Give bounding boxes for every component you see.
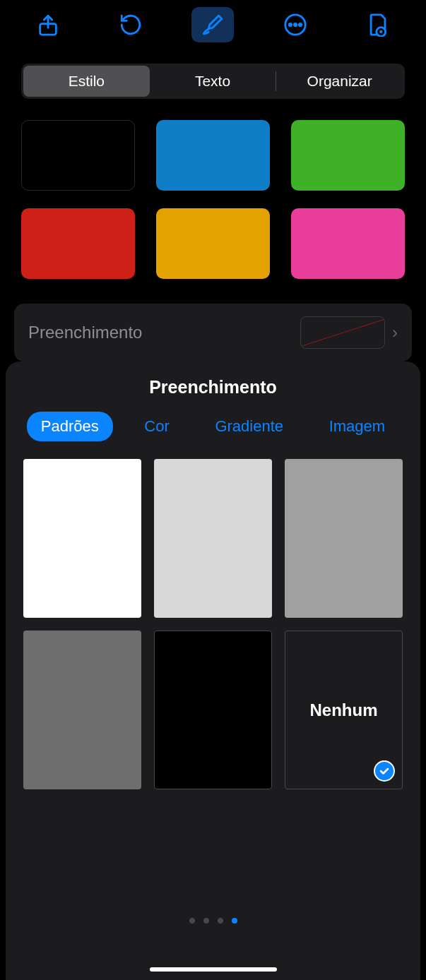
home-indicator[interactable] — [150, 967, 277, 972]
pattern-swatch-white[interactable] — [23, 459, 141, 618]
fill-tab-image-label: Imagem — [329, 417, 385, 435]
tab-text-label: Texto — [195, 73, 230, 90]
pattern-swatch-darkgray[interactable] — [23, 631, 141, 789]
page-dot-3 — [218, 918, 223, 924]
style-swatch-blue[interactable] — [156, 120, 270, 191]
svg-point-3 — [294, 23, 296, 25]
tab-arrange[interactable]: Organizar — [276, 66, 403, 97]
fill-sheet: Preenchimento Padrões Cor Gradiente Imag… — [6, 361, 420, 980]
fill-preview-none-line — [300, 316, 385, 349]
pattern-swatch-black[interactable] — [154, 631, 272, 789]
format-brush-icon[interactable] — [191, 7, 234, 42]
style-swatch-orange[interactable] — [156, 208, 270, 279]
fill-tab-color-label: Cor — [144, 417, 169, 435]
fill-row-label: Preenchimento — [28, 323, 142, 342]
fill-tab-image[interactable]: Imagem — [315, 412, 399, 441]
fill-tab-gradient-label: Gradiente — [215, 417, 283, 435]
fill-tab-color[interactable]: Cor — [130, 412, 183, 441]
format-tabs: Estilo Texto Organizar — [21, 64, 405, 99]
page-dots[interactable] — [6, 918, 420, 924]
page-dot-4 — [232, 918, 237, 924]
fill-type-tabs: Padrões Cor Gradiente Imagem — [6, 398, 420, 459]
page-dot-1 — [189, 918, 195, 924]
undo-icon[interactable] — [110, 7, 152, 42]
document-icon[interactable] — [357, 7, 399, 42]
style-swatch-grid — [21, 120, 405, 279]
checkmark-icon — [374, 760, 395, 782]
toolbar — [0, 0, 426, 49]
style-swatch-pink[interactable] — [291, 208, 405, 279]
svg-point-2 — [289, 23, 291, 25]
style-swatch-green[interactable] — [291, 120, 405, 191]
pattern-none-label: Nenhum — [310, 700, 378, 720]
style-swatch-black[interactable] — [21, 120, 135, 191]
pattern-swatch-gray[interactable] — [285, 459, 403, 618]
style-swatch-red[interactable] — [21, 208, 135, 279]
fill-tab-presets[interactable]: Padrões — [27, 412, 113, 441]
fill-preview — [300, 316, 385, 349]
fill-tab-gradient[interactable]: Gradiente — [201, 412, 297, 441]
more-icon[interactable] — [274, 7, 316, 42]
svg-point-6 — [379, 30, 382, 33]
tab-style[interactable]: Estilo — [23, 66, 150, 97]
svg-point-4 — [299, 23, 301, 25]
pattern-swatch-lightgray[interactable] — [154, 459, 272, 618]
fill-tab-presets-label: Padrões — [41, 417, 99, 435]
sheet-title: Preenchimento — [6, 377, 420, 398]
pattern-grid: Nenhum — [6, 459, 420, 789]
chevron-right-icon: › — [392, 323, 398, 342]
share-icon[interactable] — [27, 7, 69, 42]
pattern-swatch-none[interactable]: Nenhum — [285, 631, 403, 789]
tab-text[interactable]: Texto — [150, 66, 276, 97]
tab-style-label: Estilo — [69, 73, 105, 90]
tab-arrange-label: Organizar — [307, 73, 372, 90]
page-dot-2 — [203, 918, 209, 924]
fill-row-right: › — [300, 316, 398, 349]
